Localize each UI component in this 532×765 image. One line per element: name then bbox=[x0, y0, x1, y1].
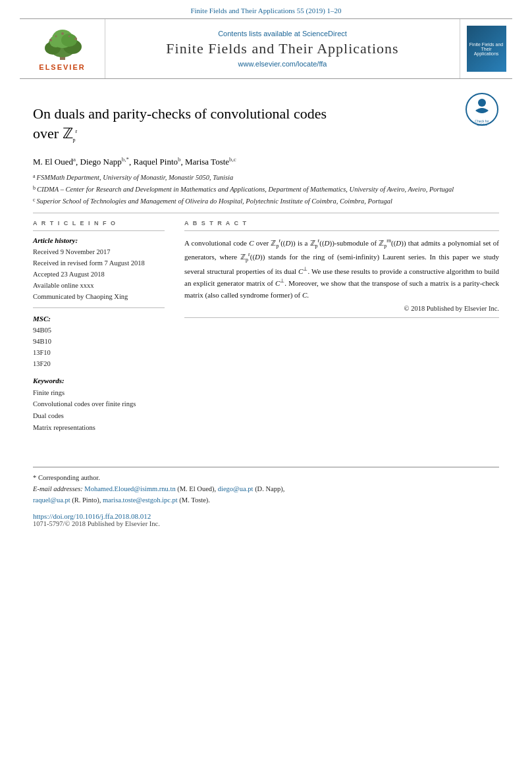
title-line2: over ℤpr bbox=[33, 125, 77, 142]
revised-line: Received in revised form 7 August 2018 bbox=[33, 258, 165, 269]
sciencedirect-link[interactable]: ScienceDirect bbox=[302, 30, 347, 38]
svg-point-5 bbox=[49, 36, 63, 47]
author-3: Raquel Pintob bbox=[133, 157, 180, 167]
svg-point-7 bbox=[49, 39, 52, 41]
affiliations: a FSMMath Department, University of Mona… bbox=[33, 172, 499, 206]
keyword-4: Matrix representations bbox=[33, 422, 165, 434]
msc-13f10: 13F10 bbox=[33, 348, 165, 359]
article-info-col: A R T I C L E I N F O Article history: R… bbox=[33, 220, 165, 434]
header-center: Contents lists available at ScienceDirec… bbox=[105, 19, 460, 78]
svg-point-13 bbox=[478, 99, 486, 107]
elsevier-tree-icon bbox=[36, 27, 89, 61]
affil-a-text: FSMMath Department, University of Monast… bbox=[37, 172, 234, 183]
affil-c-sup: c bbox=[33, 196, 36, 204]
affil-b: b CIDMA – Center for Research and Develo… bbox=[33, 184, 499, 195]
email-toste[interactable]: marisa.toste@estgoh.ipc.pt bbox=[103, 496, 178, 504]
check-updates-badge: Check for updates bbox=[465, 92, 499, 126]
email-pinto-name: (R. Pinto), bbox=[72, 496, 103, 504]
two-col-section: A R T I C L E I N F O Article history: R… bbox=[33, 220, 499, 434]
email-label: E-mail addresses: bbox=[33, 485, 83, 492]
svg-point-9 bbox=[61, 32, 64, 35]
available-line: Available online xxxx bbox=[33, 280, 165, 292]
history-heading: Article history: bbox=[33, 236, 165, 244]
affil-b-text: CIDMA – Center for Research and Developm… bbox=[37, 184, 454, 195]
msc-section: MSC: 94B05 94B10 13F10 13F20 bbox=[33, 315, 165, 369]
check-updates-icon: Check for updates bbox=[465, 92, 499, 126]
email-eloued-name: (M. El Oued), bbox=[177, 485, 218, 492]
email-eloued[interactable]: Mohamed.Eloued@isimm.rnu.tn bbox=[84, 485, 175, 492]
keywords-section: Keywords: Finite rings Convolutional cod… bbox=[33, 377, 165, 434]
email-addresses-line: E-mail addresses: Mohamed.Eloued@isimm.r… bbox=[33, 484, 499, 506]
msc-94b10: 94B10 bbox=[33, 336, 165, 348]
article-info-box: Article history: Received 9 November 201… bbox=[33, 230, 165, 308]
accepted-line: Accepted 23 August 2018 bbox=[33, 269, 165, 280]
title-sub: p bbox=[73, 137, 76, 143]
affil-a-sup: a bbox=[33, 172, 36, 180]
author-2: Diego Nappb,* bbox=[80, 157, 129, 167]
ff-logo-box: Finite Fields and Their Applications bbox=[460, 19, 512, 78]
title-line1: On duals and parity-checks of convolutio… bbox=[33, 105, 327, 122]
elsevier-label: ELSEVIER bbox=[39, 63, 85, 71]
footer-section: * Corresponding author. E-mail addresses… bbox=[33, 467, 499, 527]
contents-text: Contents lists available at bbox=[218, 30, 300, 38]
affil-a: a FSMMath Department, University of Mona… bbox=[33, 172, 499, 183]
title-sup: r bbox=[76, 128, 78, 134]
affil-c: c Superior School of Technologies and Ma… bbox=[33, 196, 499, 207]
issn-line: 1071-5797/© 2018 Published by Elsevier I… bbox=[33, 520, 499, 527]
journal-ref-bar: Finite Fields and Their Applications 55 … bbox=[0, 0, 532, 18]
journal-ref-text: Finite Fields and Their Applications 55 … bbox=[190, 7, 341, 14]
abstract-heading: A B S T R A C T bbox=[184, 220, 499, 226]
article-info-heading: A R T I C L E I N F O bbox=[33, 220, 165, 226]
email-napp[interactable]: diego@ua.pt bbox=[218, 485, 253, 492]
msc-94b05: 94B05 bbox=[33, 325, 165, 336]
received-line: Received 9 November 2017 bbox=[33, 247, 165, 258]
doi-line[interactable]: https://doi.org/10.1016/j.ffa.2018.08.01… bbox=[33, 512, 499, 520]
email-napp-name: (D. Napp), bbox=[255, 485, 284, 492]
main-content: On duals and parity-checks of convolutio… bbox=[0, 79, 532, 447]
abstract-col: A B S T R A C T A convolutional code C o… bbox=[184, 220, 499, 434]
affil-c-text: Superior School of Technologies and Mana… bbox=[37, 196, 392, 207]
elsevier-logo-box: ELSEVIER bbox=[20, 19, 105, 78]
math-C: C bbox=[249, 239, 253, 247]
corresponding-label: * Corresponding author. bbox=[33, 474, 100, 481]
journal-url[interactable]: www.elsevier.com/locate/ffa bbox=[238, 60, 327, 68]
ff-mini-logo-icon: Finite Fields and Their Applications bbox=[467, 26, 506, 72]
abstract-text: A convolutional code C over ℤpr((D)) is … bbox=[184, 236, 499, 301]
copyright-line: © 2018 Published by Elsevier Inc. bbox=[184, 305, 499, 312]
section-divider bbox=[33, 213, 499, 213]
email-pinto[interactable]: raquel@ua.pt bbox=[33, 496, 70, 504]
communicated-line: Communicated by Chaoping Xing bbox=[33, 292, 165, 303]
email-toste-name: (M. Toste). bbox=[179, 496, 210, 504]
title-row: On duals and parity-checks of convolutio… bbox=[33, 92, 499, 149]
keyword-2: Convolutional codes over finite rings bbox=[33, 398, 165, 410]
keyword-3: Dual codes bbox=[33, 410, 165, 422]
contents-line: Contents lists available at ScienceDirec… bbox=[218, 30, 347, 38]
page-container: Finite Fields and Their Applications 55 … bbox=[0, 0, 532, 765]
author-1: M. El Oueda bbox=[33, 157, 76, 167]
journal-title-header: Finite Fields and Their Applications bbox=[166, 40, 398, 57]
authors-line: M. El Oueda, Diego Nappb,*, Raquel Pinto… bbox=[33, 156, 499, 167]
svg-point-10 bbox=[55, 35, 57, 37]
author-4: Marisa Tosteb,c bbox=[185, 157, 236, 167]
msc-13f20: 13F20 bbox=[33, 359, 165, 370]
abstract-box: A convolutional code C over ℤpr((D)) is … bbox=[184, 230, 499, 318]
detected-word-that: that bbox=[348, 279, 359, 287]
keywords-heading: Keywords: bbox=[33, 377, 165, 384]
article-title: On duals and parity-checks of convolutio… bbox=[33, 92, 327, 149]
header-section: ELSEVIER Contents lists available at Sci… bbox=[20, 18, 512, 79]
article-title-text: On duals and parity-checks of convolutio… bbox=[33, 104, 327, 144]
svg-point-11 bbox=[68, 35, 70, 37]
msc-heading: MSC: bbox=[33, 315, 165, 323]
doi-link[interactable]: https://doi.org/10.1016/j.ffa.2018.08.01… bbox=[33, 512, 151, 520]
svg-point-8 bbox=[74, 38, 77, 40]
corresponding-note: * Corresponding author. bbox=[33, 473, 499, 484]
svg-text:updates: updates bbox=[477, 123, 488, 126]
keyword-1: Finite rings bbox=[33, 387, 165, 399]
affil-b-sup: b bbox=[33, 184, 36, 192]
